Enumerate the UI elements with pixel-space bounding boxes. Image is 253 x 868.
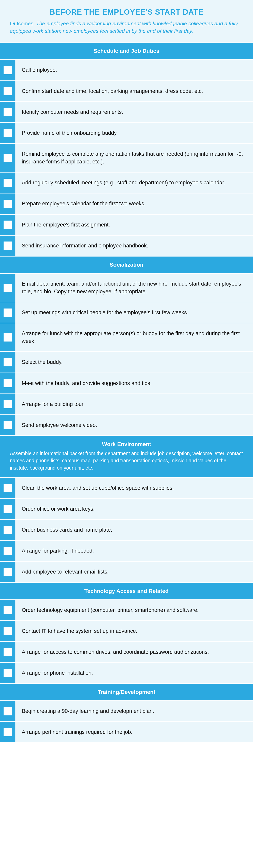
checkbox-cell [0, 215, 15, 235]
checklist-item-text: Prepare employee's calendar for the firs… [15, 193, 253, 214]
checkbox[interactable] [4, 669, 12, 677]
checkbox[interactable] [4, 87, 12, 95]
checkbox-cell [0, 373, 15, 394]
checklist-row: Arrange for parking, if needed. [0, 541, 253, 562]
checklist-row: Clean the work area, and set up cube/off… [0, 478, 253, 499]
checklist-row: Contact IT to have the system set up in … [0, 621, 253, 642]
checklist-row: Remind employee to complete any orientat… [0, 144, 253, 173]
checkbox[interactable] [4, 221, 12, 229]
checkbox[interactable] [4, 707, 12, 715]
checklist-row: Confirm start date and time, location, p… [0, 81, 253, 102]
checklist-row: Begin creating a 90-day learning and dev… [0, 701, 253, 722]
checklist-row: Arrange pertinent trainings required for… [0, 722, 253, 743]
sections-container: Schedule and Job DutiesCall employee.Con… [0, 43, 253, 743]
checklist-row: Call employee. [0, 60, 253, 81]
checkbox-cell [0, 701, 15, 721]
checkbox-cell [0, 302, 15, 323]
checklist-item-text: Identify computer needs and requirements… [15, 102, 253, 122]
checklist-row: Meet with the buddy, and provide suggest… [0, 373, 253, 394]
checklist-item-text: Plan the employee's first assignment. [15, 215, 253, 235]
checklist-item-text: Set up meetings with critical people for… [15, 302, 253, 323]
checklist-item-text: Add regularly scheduled meetings (e.g., … [15, 173, 253, 193]
checkbox-cell [0, 81, 15, 101]
checklist-item-text: Send insurance information and employee … [15, 236, 253, 256]
section-header: Schedule and Job Duties [0, 43, 253, 60]
checklist-item-text: Order technology equipment (computer, pr… [15, 600, 253, 620]
checkbox[interactable] [4, 284, 12, 292]
checkbox[interactable] [4, 358, 12, 366]
checkbox-cell [0, 173, 15, 193]
outcomes-label: Outcomes: [10, 21, 36, 27]
checkbox[interactable] [4, 179, 12, 187]
checkbox[interactable] [4, 400, 12, 408]
checkbox[interactable] [4, 309, 12, 317]
checklist-row: Add regularly scheduled meetings (e.g., … [0, 173, 253, 193]
checkbox-cell [0, 323, 15, 351]
checkbox-cell [0, 394, 15, 414]
checkbox[interactable] [4, 627, 12, 635]
checklist-item-text: Confirm start date and time, location, p… [15, 81, 253, 101]
checklist-row: Arrange for a building tour. [0, 394, 253, 415]
checkbox[interactable] [4, 242, 12, 250]
checklist-row: Email department, team, and/or functiona… [0, 274, 253, 302]
checkbox-cell [0, 499, 15, 519]
checklist-item-text: Begin creating a 90-day learning and dev… [15, 701, 253, 721]
checklist-row: Arrange for phone installation. [0, 663, 253, 684]
section-header: Training/Development [0, 684, 253, 701]
checklist-item-text: Arrange for parking, if needed. [15, 541, 253, 561]
section-header: Work Environment [0, 436, 253, 450]
checklist-item-text: Email department, team, and/or functiona… [15, 274, 253, 302]
checklist-row: Provide name of their onboarding buddy. [0, 123, 253, 144]
section-header: Socialization [0, 256, 253, 274]
checklist-item-text: Remind employee to complete any orientat… [15, 144, 253, 172]
checklist-item-text: Clean the work area, and set up cube/off… [15, 478, 253, 498]
checklist-item-text: Meet with the buddy, and provide suggest… [15, 373, 253, 394]
checklist-row: Order business cards and name plate. [0, 520, 253, 541]
checkbox[interactable] [4, 421, 12, 429]
checkbox-cell [0, 520, 15, 540]
checkbox[interactable] [4, 333, 12, 342]
checklist-item-text: Order business cards and name plate. [15, 520, 253, 540]
checkbox[interactable] [4, 379, 12, 388]
checkbox[interactable] [4, 108, 12, 116]
checkbox[interactable] [4, 129, 12, 137]
checkbox-cell [0, 722, 15, 742]
checklist-row: Select the buddy. [0, 352, 253, 373]
checklist-row: Order technology equipment (computer, pr… [0, 600, 253, 621]
checklist-item-text: Arrange for lunch with the appropriate p… [15, 323, 253, 351]
checkbox[interactable] [4, 199, 12, 208]
checkbox-cell [0, 274, 15, 302]
checkbox[interactable] [4, 728, 12, 736]
checkbox-cell [0, 600, 15, 620]
section-header: Technology Access and Related [0, 583, 253, 600]
checkbox[interactable] [4, 66, 12, 74]
checkbox[interactable] [4, 568, 12, 576]
checklist-item-text: Arrange pertinent trainings required for… [15, 722, 253, 742]
checkbox-cell [0, 102, 15, 122]
checklist-item-text: Provide name of their onboarding buddy. [15, 123, 253, 143]
page-title: BEFORE THE EMPLOYEE'S START DATE [10, 8, 243, 17]
checkbox[interactable] [4, 648, 12, 656]
checklist-row: Plan the employee's first assignment. [0, 215, 253, 236]
checkbox[interactable] [4, 484, 12, 492]
checklist-row: Add employee to relevant email lists. [0, 562, 253, 583]
checklist-row: Set up meetings with critical people for… [0, 302, 253, 323]
checklist-row: Prepare employee's calendar for the firs… [0, 193, 253, 214]
checkbox[interactable] [4, 606, 12, 614]
checkbox-cell [0, 621, 15, 641]
checkbox[interactable] [4, 526, 12, 534]
checklist-item-text: Arrange for access to common drives, and… [15, 642, 253, 662]
checklist-item-text: Order office or work area keys. [15, 499, 253, 519]
checklist-item-text: Arrange for phone installation. [15, 663, 253, 683]
outcomes-body: The employee finds a welcoming environme… [10, 21, 238, 34]
checkbox-cell [0, 236, 15, 256]
checkbox[interactable] [4, 154, 12, 162]
checklist-row: Send employee welcome video. [0, 415, 253, 436]
checkbox[interactable] [4, 505, 12, 513]
checklist-item-text: Send employee welcome video. [15, 415, 253, 435]
header-block: BEFORE THE EMPLOYEE'S START DATE Outcome… [0, 0, 253, 43]
checkbox[interactable] [4, 547, 12, 555]
section-description: Assemble an informational packet from th… [0, 450, 253, 478]
checklist-row: Order office or work area keys. [0, 499, 253, 520]
checkbox-cell [0, 144, 15, 172]
